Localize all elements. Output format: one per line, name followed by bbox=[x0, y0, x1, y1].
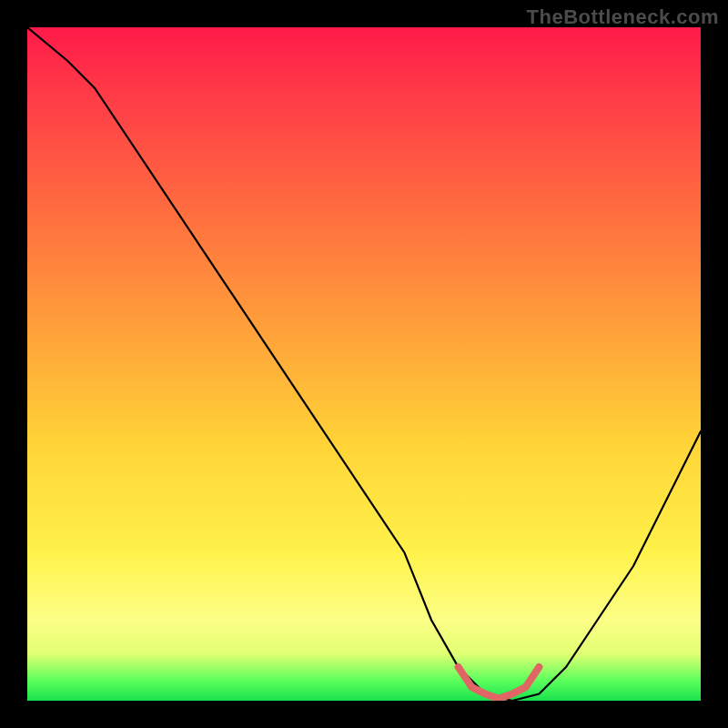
bottleneck-curve bbox=[27, 27, 701, 701]
watermark-text: TheBottleneck.com bbox=[527, 5, 719, 29]
optimal-range bbox=[459, 667, 540, 699]
chart-frame: TheBottleneck.com bbox=[0, 0, 728, 728]
plot-area bbox=[27, 27, 701, 701]
curve-layer bbox=[27, 27, 701, 701]
